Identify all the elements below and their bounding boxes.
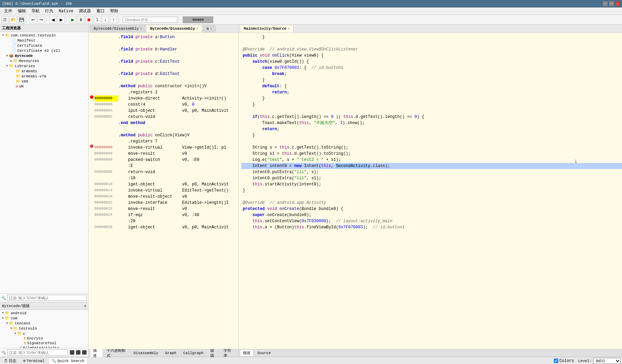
tab-quicksearch[interactable]: 🔍 Quick Search — [48, 358, 87, 364]
close-button[interactable]: ✕ — [615, 1, 620, 6]
tab-callgraph[interactable]: Callgraph — [180, 350, 206, 356]
new-file-button[interactable]: 🗋 — [1, 16, 9, 24]
minimize-button[interactable]: ─ — [603, 1, 608, 6]
maximize-button[interactable]: □ — [609, 1, 614, 6]
tree-node-certificate2[interactable]: 📄 Certificate #2 (v2) — [5, 48, 88, 53]
bottom-panel: 🗒 目志 ⚙ Terminal 🔍 Quick Search Colors Le… — [0, 357, 622, 364]
tab-close-source[interactable]: ✕ — [288, 27, 289, 30]
bytecode-filter-input[interactable] — [7, 349, 68, 355]
tree-node-com[interactable]: ▼ 📁 com — [1, 316, 88, 321]
tree-node-label: armeabi — [21, 69, 37, 73]
tree-node-resources[interactable]: ▶ 📁 Resources — [9, 58, 88, 63]
tree-node-armeabi[interactable]: 📁 armeabi — [9, 69, 88, 74]
undo-button[interactable]: ↩ — [29, 16, 37, 24]
redo-button[interactable]: ↪ — [37, 16, 45, 24]
line-addr — [94, 52, 118, 59]
menu-item-行为[interactable]: 行为 — [42, 7, 56, 15]
tree-node-com-tencent-testvuln[interactable]: ▼ 📁 com.tencent.testvuln — [1, 33, 88, 38]
source-line: break; — [241, 71, 622, 77]
source-line — [241, 194, 622, 200]
tree-node-encryto[interactable]: C Encryto — [17, 336, 88, 341]
tree-node-manifest[interactable]: 📄 Manifest — [5, 38, 88, 43]
tab-disassembly[interactable]: Disassembly — [131, 350, 162, 356]
menu-item-导航[interactable]: 导航 — [29, 7, 42, 15]
tree-node-libraries[interactable]: ▼ 📁 Libraries — [5, 63, 88, 69]
line-content: .method public constructor <init>()V — [118, 83, 237, 89]
tab-terminal[interactable]: ⚙ Terminal — [20, 358, 47, 364]
project-filter-input[interactable] — [7, 295, 87, 301]
tree-node-bytecode[interactable]: ▼ 📦 Bytecode — [5, 53, 88, 58]
code-line: .field private d:EditText — [89, 71, 238, 77]
menu-item-帮助[interactable]: 帮助 — [107, 7, 121, 15]
bp-spacer — [90, 200, 93, 206]
breakpoint-indicator[interactable] — [90, 145, 93, 148]
forward-button[interactable]: ▶ — [57, 16, 65, 24]
line-addr — [94, 77, 118, 83]
tab-close-2[interactable]: ✕ — [196, 27, 198, 30]
tab-close-a[interactable]: ✕ — [210, 27, 212, 31]
step-into-button[interactable]: ↓ — [102, 16, 109, 24]
tree-node-vm[interactable]: ⚙ VM — [9, 84, 88, 89]
close-bytecode-icon[interactable]: ✕ — [84, 304, 86, 308]
run-button[interactable]: ▶ — [69, 16, 76, 24]
save-button[interactable]: 💾 — [18, 16, 25, 24]
breakpoint-indicator[interactable] — [90, 95, 93, 99]
menu-item-编辑[interactable]: 编辑 — [15, 7, 29, 15]
filter-mode-2: ⬛ — [76, 350, 81, 355]
source-line: public void onClick(View view0) { — [241, 52, 622, 59]
tree-node-signaturetool[interactable]: C SignatureTool — [17, 341, 88, 346]
source-line: String s = this.c.getText().toString(); — [241, 145, 622, 151]
tree-node-armeabi-v7a[interactable]: 📁 armeabi-v7a — [9, 74, 88, 79]
line-content: iget-object v0, p0, MainActivit — [118, 181, 237, 187]
menu-item-窗口[interactable]: 窗口 — [94, 7, 107, 15]
line-addr — [94, 163, 118, 169]
tree-node-tencent[interactable]: ▼ 📁 tencent — [5, 321, 88, 326]
line-content: iget-object v0, p0, MainActivit — [118, 224, 237, 230]
tab-close-1[interactable]: ✕ — [140, 27, 142, 31]
tab-bytecode-disassembly-1[interactable]: Bytecode/Disassembly ✕ — [90, 25, 146, 32]
step-over-button[interactable]: ⤵ — [93, 16, 101, 24]
code-line: .method public constructor <init>()V — [89, 83, 238, 89]
tree-node-x86[interactable]: 📁 x86 — [9, 79, 88, 84]
step-out-button[interactable]: ↑ — [110, 16, 117, 24]
tree-node-filedataactivity[interactable]: C FileDataActivity — [13, 346, 88, 348]
filter-icon: 🔍 — [1, 350, 6, 355]
back-button[interactable]: ◀ — [49, 16, 57, 24]
tab-source[interactable]: Source — [254, 350, 274, 356]
tree-node-certificate[interactable]: 📄 Certificate — [5, 43, 88, 48]
code-line: 00000008 packed-switch v0, :E0 — [89, 157, 238, 163]
tab-mainactivity-source[interactable]: MainActivity/Source ✕ — [240, 25, 293, 32]
menu-item-Native[interactable]: Native — [56, 8, 76, 14]
project-panel-title: 工程浏览器 — [2, 26, 21, 30]
line-addr — [94, 59, 118, 65]
tree-node-c-pkg[interactable]: ▼ 📁 c — [13, 331, 88, 336]
tree-node-label: Resources — [19, 59, 39, 63]
menu-item-调试器[interactable]: 调试器 — [76, 7, 94, 15]
tab-a[interactable]: a ✕ — [203, 25, 216, 32]
line-addr: 0000001C — [94, 200, 118, 206]
colors-checkbox[interactable] — [554, 359, 558, 363]
stop-button[interactable]: ⏹ — [85, 16, 93, 24]
tab-log[interactable]: 🗒 目志 — [1, 358, 19, 364]
pause-button[interactable]: ⏸ — [77, 16, 85, 24]
code-line: .field private a:Button — [89, 34, 238, 40]
line-addr — [94, 83, 118, 89]
code-line: 00000006 const/4 v0, 0 — [89, 102, 238, 108]
level-select[interactable]: DEBUG INFO WARNING ERROR — [593, 358, 621, 364]
tree-node-android[interactable]: ▼ 📁 android — [1, 310, 88, 316]
omnibox-input[interactable] — [123, 17, 177, 23]
line-addr — [94, 218, 118, 224]
arrow-icon: ▼ — [6, 64, 8, 68]
menu-item-文件[interactable]: 文件 — [1, 7, 15, 15]
source-line: this.startActivity(intent0); — [241, 181, 622, 187]
tree-node-testvuln[interactable]: ▼ 📁 testvuln — [9, 326, 88, 331]
code-line: 00000010 iget-object v0, p0, MainActivit — [89, 181, 238, 187]
bytecode-panel-header: Bytecode/级级 ✕ — [0, 302, 88, 310]
open-button[interactable]: 📂 — [10, 16, 17, 24]
tab-graph[interactable]: Graph — [162, 350, 179, 356]
menu-bar: 文件编辑导航行为Native调试器窗口帮助 — [0, 7, 622, 15]
tab-describe-source[interactable]: 描述 — [240, 349, 254, 357]
source-line: switch(view0.getId()) { — [241, 59, 622, 65]
tab-bytecode-disassembly-2[interactable]: Bytecode/Disassembly ✕ — [146, 25, 202, 32]
source-line — [241, 108, 622, 114]
